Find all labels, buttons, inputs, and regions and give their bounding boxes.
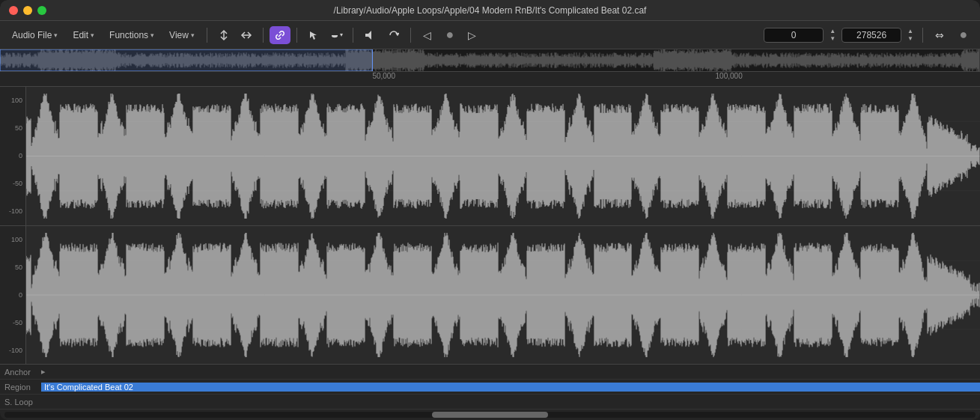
view-menu[interactable]: View ▾ — [163, 28, 201, 43]
window-title: /Library/Audio/Apple Loops/Apple/04 Mode… — [334, 5, 647, 16]
end-button[interactable]: ● — [953, 26, 974, 44]
sloop-row: S. Loop — [0, 395, 980, 410]
svg-marker-2 — [310, 31, 317, 40]
hand-tool-button[interactable]: ▾ — [326, 26, 347, 44]
ch2-label-100: 100 — [11, 236, 22, 243]
scrollbar-thumb[interactable] — [432, 412, 549, 418]
ch1-label-0: 0 — [19, 152, 22, 159]
cursor-tools: ▾ — [303, 26, 347, 44]
anchor-row: Anchor ▸ — [0, 365, 980, 380]
channel-2-waveform — [26, 226, 980, 365]
title-bar: /Library/Audio/Apple Loops/Apple/04 Mode… — [0, 0, 980, 21]
view-arrow-icon: ▾ — [191, 31, 195, 39]
minimize-button[interactable] — [23, 6, 32, 15]
length-up-button[interactable]: ▲ — [907, 28, 913, 34]
ch1-label-n50: -50 — [13, 180, 22, 187]
toolbar: Audio File ▾ Edit ▾ Functions ▾ View ▾ — [0, 21, 980, 49]
ch1-label-100: 100 — [11, 97, 22, 104]
audio-file-menu[interactable]: Audio File ▾ — [6, 28, 64, 43]
ruler: 50,000 100,000 — [0, 72, 980, 87]
channel-1-waveform — [26, 87, 980, 225]
volume-controls: ◁ ● ▷ — [417, 26, 483, 44]
arrow-tool-button[interactable] — [303, 26, 324, 44]
main-area: 50,000 100,000 100 50 0 -50 -100 100 50 — [0, 49, 980, 420]
anchor-arrow-icon: ▸ — [41, 367, 46, 377]
anchor-label: Anchor — [0, 368, 41, 377]
hand-arrow-icon: ▾ — [340, 31, 343, 38]
overview-waveform[interactable] — [0, 49, 980, 72]
edit-arrow-icon: ▾ — [91, 31, 94, 39]
trim-tool-button[interactable] — [236, 26, 257, 44]
channel-1: 100 50 0 -50 -100 — [0, 87, 980, 226]
link-button[interactable] — [270, 26, 290, 44]
functions-arrow-icon: ▾ — [150, 31, 154, 39]
ch2-label-n50: -50 — [13, 319, 22, 326]
position-display: 0 — [764, 28, 824, 43]
sep-1 — [207, 28, 207, 43]
length-down-button[interactable]: ▼ — [907, 36, 913, 42]
sep-5 — [410, 28, 411, 43]
close-button[interactable] — [9, 6, 18, 15]
region-label: Region — [0, 383, 41, 392]
functions-menu[interactable]: Functions ▾ — [103, 28, 160, 43]
ch2-label-0: 0 — [19, 291, 22, 299]
ruler-tick-50000: 50,000 — [372, 72, 395, 80]
sloop-label: S. Loop — [0, 398, 41, 407]
edit-tools — [213, 26, 257, 44]
speaker-button[interactable] — [359, 26, 380, 44]
region-value[interactable]: It's Complicated Beat 02 — [41, 383, 980, 392]
ruler-tick-100000: 100,000 — [716, 72, 743, 80]
scrollbar-row[interactable] — [0, 410, 980, 420]
ch1-label-n100: -100 — [9, 207, 22, 215]
swap-button[interactable]: ⇔ — [929, 26, 950, 44]
sep-4 — [353, 28, 353, 43]
position-down-button[interactable]: ▼ — [830, 36, 836, 42]
vol-up-button[interactable]: ▷ — [462, 26, 483, 44]
maximize-button[interactable] — [37, 6, 46, 15]
split-tool-button[interactable] — [213, 26, 234, 44]
sep-6 — [922, 28, 923, 43]
region-row: Region It's Complicated Beat 02 — [0, 380, 980, 395]
waveform-area[interactable]: 100 50 0 -50 -100 100 50 0 -50 -100 — [0, 87, 980, 364]
position-up-button[interactable]: ▲ — [830, 28, 836, 34]
sep-3 — [296, 28, 297, 43]
vol-circle: ● — [439, 26, 460, 44]
channel-2: 100 50 0 -50 -100 — [0, 226, 980, 365]
sep-2 — [263, 28, 264, 43]
ch1-label-50: 50 — [15, 124, 22, 132]
vol-down-button[interactable]: ◁ — [417, 26, 438, 44]
svg-marker-3 — [365, 31, 371, 40]
channel-1-labels: 100 50 0 -50 -100 — [0, 87, 26, 225]
channel-2-labels: 100 50 0 -50 -100 — [0, 226, 26, 365]
edit-menu[interactable]: Edit ▾ — [67, 28, 100, 43]
scrollbar-track[interactable] — [4, 412, 976, 418]
window-controls — [9, 6, 46, 15]
bottom-bar: Anchor ▸ Region It's Complicated Beat 02… — [0, 364, 980, 420]
ch2-label-50: 50 — [15, 264, 22, 271]
length-display: 278526 — [841, 28, 901, 43]
audio-file-arrow-icon: ▾ — [54, 31, 58, 39]
loop-button[interactable] — [383, 26, 404, 44]
ch2-label-n100: -100 — [9, 347, 22, 354]
